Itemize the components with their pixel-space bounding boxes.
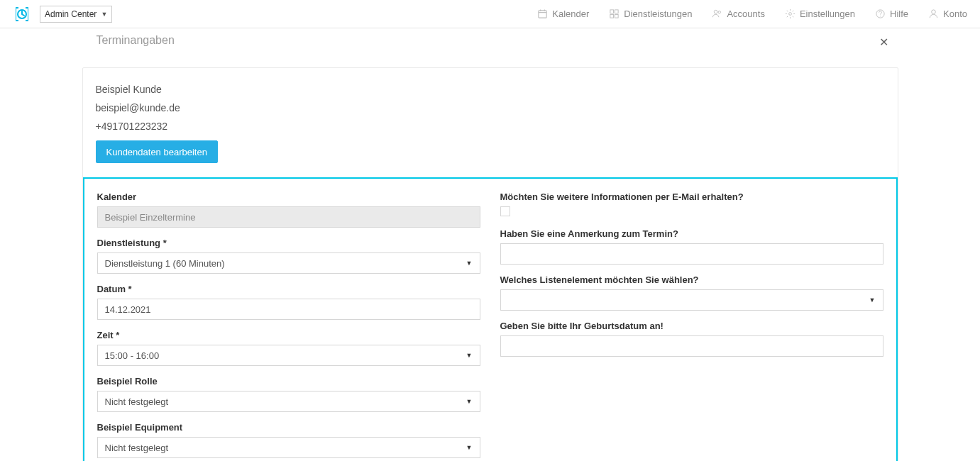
svg-point-9 [715, 10, 718, 13]
admin-center-selector[interactable]: Admin Center ▼ [40, 6, 112, 23]
topbar: Admin Center ▼ Kalender Dienstleistungen… [0, 0, 980, 28]
label-geburtsdatum: Geben Sie bitte Ihr Geburtsdatum an! [500, 321, 883, 331]
caret-down-icon: ▼ [466, 444, 473, 451]
field-zeit: Zeit * 15:00 - 16:00 ▼ [97, 330, 480, 366]
page: Terminangaben ✕ Beispiel Kunde beispiel@… [82, 28, 898, 461]
select-dienstleistung-value: Dienstleistung 1 (60 Minuten) [105, 258, 225, 269]
label-zeit: Zeit * [97, 330, 480, 340]
logo-icon [13, 5, 31, 23]
caret-down-icon: ▼ [101, 11, 107, 18]
nav-dienstleistungen[interactable]: Dienstleistungen [609, 9, 692, 19]
nav-hilfe[interactable]: Hilfe [875, 9, 908, 19]
label-dienstleistung: Dienstleistung * [97, 238, 480, 248]
caret-down-icon: ▼ [466, 398, 473, 405]
nav-einstellungen[interactable]: Einstellungen [785, 9, 855, 19]
close-icon[interactable]: ✕ [875, 34, 893, 50]
svg-point-13 [880, 16, 881, 16]
nav-accounts[interactable]: Accounts [712, 9, 764, 19]
field-geburtsdatum: Geben Sie bitte Ihr Geburtsdatum an! [500, 321, 883, 357]
field-dienstleistung: Dienstleistung * Dienstleistung 1 (60 Mi… [97, 238, 480, 274]
customer-email: beispiel@kunde.de [96, 102, 885, 113]
field-equipment: Beispiel Equipment Nicht festgelegt ▼ [97, 422, 480, 458]
select-zeit-value: 15:00 - 16:00 [105, 350, 160, 361]
label-rolle: Beispiel Rolle [97, 376, 480, 387]
admin-center-label: Admin Center [45, 9, 97, 19]
gear-icon [785, 9, 795, 19]
form-col-right: Möchten Sie weitere Informationen per E-… [500, 191, 883, 461]
select-dienstleistung[interactable]: Dienstleistung 1 (60 Minuten) ▼ [97, 252, 480, 274]
input-datum[interactable]: 14.12.2021 [97, 299, 480, 320]
field-datum: Datum * 14.12.2021 [97, 284, 480, 320]
form-col-left: Kalender Beispiel Einzeltermine Dienstle… [97, 191, 480, 461]
topnav: Kalender Dienstleistungen Accounts Einst… [537, 9, 967, 19]
field-anmerkung: Haben Sie eine Anmerkung zum Termin? [500, 228, 883, 265]
grid-icon [609, 9, 620, 19]
select-zeit[interactable]: 15:00 - 16:00 ▼ [97, 345, 480, 366]
customer-name: Beispiel Kunde [96, 84, 885, 95]
field-rolle: Beispiel Rolle Nicht festgelegt ▼ [97, 376, 480, 412]
label-anmerkung: Haben Sie eine Anmerkung zum Termin? [500, 228, 883, 239]
nav-dienstleistungen-label: Dienstleistungen [624, 9, 692, 19]
help-icon [875, 9, 886, 19]
users-icon [712, 9, 722, 19]
customer-block: Beispiel Kunde beispiel@kunde.de +491701… [83, 68, 898, 177]
select-equipment-value: Nicht festgelegt [105, 443, 169, 453]
field-kalender: Kalender Beispiel Einzeltermine [97, 191, 480, 228]
input-geburtsdatum[interactable] [500, 335, 883, 357]
input-datum-value: 14.12.2021 [105, 304, 151, 315]
checkbox-more-info[interactable] [500, 206, 510, 216]
nav-konto-label: Konto [943, 9, 967, 19]
svg-rect-6 [615, 10, 619, 13]
user-icon [928, 9, 939, 19]
svg-rect-7 [610, 14, 614, 18]
label-liste: Welches Listenelement möchten Sie wählen… [500, 274, 883, 285]
nav-kalender-label: Kalender [552, 9, 589, 19]
input-anmerkung[interactable] [500, 243, 883, 265]
card: Beispiel Kunde beispiel@kunde.de +491701… [82, 67, 898, 461]
topbar-left: Admin Center ▼ [13, 5, 112, 23]
field-more-info: Möchten Sie weitere Informationen per E-… [500, 191, 883, 218]
caret-down-icon: ▼ [869, 296, 876, 304]
label-more-info: Möchten Sie weitere Informationen per E-… [500, 191, 883, 202]
field-liste: Welches Listenelement möchten Sie wählen… [500, 274, 883, 311]
select-rolle-value: Nicht festgelegt [105, 396, 169, 407]
nav-accounts-label: Accounts [727, 9, 764, 19]
select-equipment[interactable]: Nicht festgelegt ▼ [97, 437, 480, 458]
caret-down-icon: ▼ [466, 352, 473, 359]
form-columns: Kalender Beispiel Einzeltermine Dienstle… [97, 191, 883, 461]
svg-point-10 [719, 11, 721, 13]
input-kalender: Beispiel Einzeltermine [97, 206, 480, 228]
label-equipment: Beispiel Equipment [97, 422, 480, 433]
label-kalender: Kalender [97, 191, 480, 202]
svg-point-14 [932, 10, 936, 14]
caret-down-icon: ▼ [466, 260, 473, 267]
nav-konto[interactable]: Konto [928, 9, 967, 19]
svg-rect-5 [610, 10, 614, 13]
customer-phone: +491701223232 [96, 121, 885, 132]
page-title: Terminangaben [97, 34, 175, 47]
sheet-header: Terminangaben ✕ [82, 34, 898, 55]
nav-hilfe-label: Hilfe [890, 9, 908, 19]
svg-point-11 [789, 13, 792, 16]
nav-kalender[interactable]: Kalender [537, 9, 589, 19]
edit-customer-button[interactable]: Kundendaten bearbeiten [96, 140, 218, 163]
select-rolle[interactable]: Nicht festgelegt ▼ [97, 391, 480, 412]
calendar-icon [537, 9, 548, 19]
form-area: Kalender Beispiel Einzeltermine Dienstle… [83, 177, 898, 461]
svg-rect-8 [615, 14, 619, 18]
label-datum: Datum * [97, 284, 480, 294]
input-kalender-value: Beispiel Einzeltermine [105, 212, 196, 223]
select-liste[interactable]: ▼ [500, 289, 883, 311]
svg-rect-1 [539, 11, 546, 18]
nav-einstellungen-label: Einstellungen [800, 9, 855, 19]
